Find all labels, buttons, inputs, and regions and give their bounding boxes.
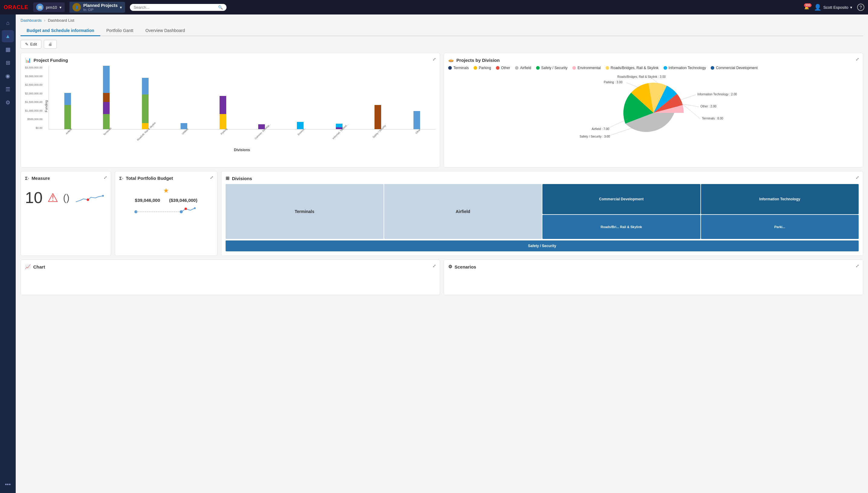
- y-axis: $3,500,000.00 $3,000,000.00 $2,500,000.0…: [25, 66, 43, 129]
- projects-by-division-card: 🥧 Projects by Division ⤢ Terminals Parki…: [444, 53, 863, 168]
- project-funding-title: 📊 Project Funding: [25, 57, 436, 63]
- measure-expand-button[interactable]: ⤢: [104, 175, 107, 180]
- warning-icon: ⚠: [47, 191, 58, 205]
- legend-label-roads: Roads/Bridges, Rail & Skylink: [611, 66, 659, 70]
- app-selector[interactable]: 🏢 prm10 ▾: [33, 2, 65, 12]
- svg-point-0: [87, 198, 89, 201]
- sidebar-item-home[interactable]: ⌂: [2, 17, 14, 29]
- legend-label-safety: Safety / Security: [541, 66, 567, 70]
- label-line-other: [681, 104, 699, 107]
- legend-safety: Safety / Security: [536, 66, 567, 70]
- budget-expand-button[interactable]: ⤢: [210, 175, 214, 180]
- edit-button[interactable]: ✎ Edit: [21, 40, 41, 48]
- tab-gantt[interactable]: Portfolio Gantt: [100, 26, 140, 36]
- search-input[interactable]: [134, 5, 216, 10]
- measure-content: 10 ⚠ (): [25, 184, 107, 212]
- division-expand-button[interactable]: ⤢: [855, 57, 859, 62]
- sidebar-item-reports[interactable]: ☰: [2, 83, 14, 95]
- legend-commercial: Commercial Development: [711, 66, 758, 70]
- project-avatar: 👤: [73, 3, 81, 12]
- budget-value1: $39,046,000: [135, 198, 160, 203]
- chart-title: 📈 Chart: [25, 264, 436, 270]
- print-button[interactable]: 🖨: [44, 40, 57, 48]
- pie-chart-icon: 🥧: [448, 57, 454, 63]
- user-dropdown-icon: ▾: [850, 5, 852, 10]
- pie-label-airfield: Airfield : 7.00: [592, 127, 609, 131]
- legend-label-environmental: Environmental: [578, 66, 601, 70]
- project-dropdown-icon[interactable]: ▾: [120, 5, 122, 10]
- funding-expand-button[interactable]: ⤢: [432, 57, 436, 62]
- top-nav: ORACLE 🏢 prm10 ▾ 👤 Planned Projects In: …: [0, 0, 868, 15]
- legend-dot-roads: [606, 66, 609, 70]
- dashboard-row-2: Σ◦ Measure ⤢ 10 ⚠ () Σ◦: [21, 171, 863, 256]
- pie-chart-container: Information Technology : 2.00 Other : 2.…: [448, 73, 859, 152]
- pie-label-safety: Safety / Security : 3.00: [580, 135, 610, 138]
- sidebar-item-library[interactable]: ⊞: [2, 57, 14, 69]
- project-selector[interactable]: 👤 Planned Projects In: CIP ▾: [69, 2, 125, 13]
- legend-dot-safety: [536, 66, 540, 70]
- pie-label-terminals: Terminals : 8.00: [702, 117, 723, 120]
- sidebar-item-people[interactable]: ◉: [2, 70, 14, 82]
- legend-label-other: Other: [501, 66, 510, 70]
- bars-row: [48, 66, 436, 129]
- div-cell-commercial: Commercial Development: [542, 184, 700, 214]
- sigma-budget-icon: Σ◦: [119, 176, 123, 181]
- tab-budget[interactable]: Budget and Schedule information: [21, 26, 100, 36]
- user-menu[interactable]: 👤 Scott Esposito ▾: [814, 4, 852, 11]
- pie-chart-svg: Information Technology : 2.00 Other : 2.…: [575, 73, 732, 152]
- breadcrumb-dashboards[interactable]: Dashboards: [21, 18, 42, 23]
- scenarios-expand-button[interactable]: ⤢: [855, 263, 859, 268]
- notifications[interactable]: 🔔 999: [804, 5, 809, 10]
- star-icon: ★: [163, 187, 169, 195]
- measure-value: (): [63, 192, 69, 203]
- user-avatar-icon: 👤: [814, 4, 822, 11]
- legend-dot-infotech: [664, 66, 667, 70]
- dashboard-row-3: 📈 Chart ⤢ ⚙ Scenarios ⤢: [21, 259, 863, 295]
- div-cell-roads: Roads/Bri... Rail & Skylink: [542, 215, 700, 239]
- chart-card: 📈 Chart ⤢: [21, 259, 440, 295]
- dashboard-row-1: 📊 Project Funding ⤢ $3,500,000.00 $3,000…: [21, 53, 863, 168]
- budget-title: Σ◦ Total Portfolio Budget: [119, 176, 213, 181]
- sidebar-item-projects[interactable]: ▲: [2, 30, 14, 42]
- breadcrumb-current: Dashboard List: [48, 18, 74, 23]
- div-cell-terminals: Terminals: [226, 184, 384, 239]
- scenarios-icon: ⚙: [448, 264, 452, 270]
- measure-mini-chart: [74, 191, 107, 204]
- app-dropdown-icon[interactable]: ▾: [60, 5, 62, 10]
- div-cell-infotech: Information Technology: [701, 184, 859, 214]
- total-portfolio-budget-card: Σ◦ Total Portfolio Budget ⤢ ★ $39,046,00…: [115, 171, 218, 256]
- toolbar: ✎ Edit 🖨: [21, 40, 863, 48]
- measure-number: 10: [25, 189, 43, 207]
- chart-icon: 📈: [25, 264, 31, 270]
- legend-dot-terminals: [448, 66, 452, 70]
- legend-dot-commercial: [711, 66, 714, 70]
- pie-label-roads: Roads/Bridges, Rail & Skylink : 3.00: [617, 75, 666, 79]
- measure-title: Σ◦ Measure: [25, 176, 107, 181]
- divisions-treemap: Terminals Airfield Commercial Developmen…: [226, 184, 859, 240]
- legend-label-terminals: Terminals: [453, 66, 469, 70]
- divisions-title: ⊞ Divisions: [226, 176, 859, 181]
- tab-overview[interactable]: Overview Dashboard: [140, 26, 191, 36]
- breadcrumb: Dashboards › Dashboard List: [21, 18, 863, 23]
- scenarios-title: ⚙ Scenarios: [448, 264, 859, 270]
- y-axis-label: Funding: [44, 100, 48, 112]
- legend-parking: Parking: [473, 66, 491, 70]
- budget-line-chart: [133, 206, 199, 216]
- pie-legend: Terminals Parking Other Airfield Safety …: [448, 66, 859, 70]
- pie-label-parking: Parking : 3.00: [604, 81, 623, 84]
- divisions-expand-button[interactable]: ⤢: [855, 175, 859, 180]
- notification-count: 999: [804, 3, 811, 7]
- sidebar-item-settings[interactable]: ⚙: [2, 97, 14, 109]
- sigma-icon: Σ◦: [25, 176, 29, 181]
- app-name: prm10: [46, 5, 57, 10]
- label-line-parking: [626, 83, 642, 89]
- project-name: Planned Projects: [83, 3, 118, 8]
- bars-area: Airfield Terminals Roads/B. Rail & Skyli…: [48, 66, 436, 152]
- legend-label-airfield: Airfield: [520, 66, 531, 70]
- help-icon[interactable]: ?: [857, 4, 864, 11]
- search-box: 🔍: [130, 4, 226, 11]
- project-sub: In: CIP: [83, 8, 118, 12]
- search-icon[interactable]: 🔍: [218, 5, 223, 10]
- sidebar-item-analytics[interactable]: ▦: [2, 43, 14, 56]
- chart-expand-button[interactable]: ⤢: [432, 263, 436, 268]
